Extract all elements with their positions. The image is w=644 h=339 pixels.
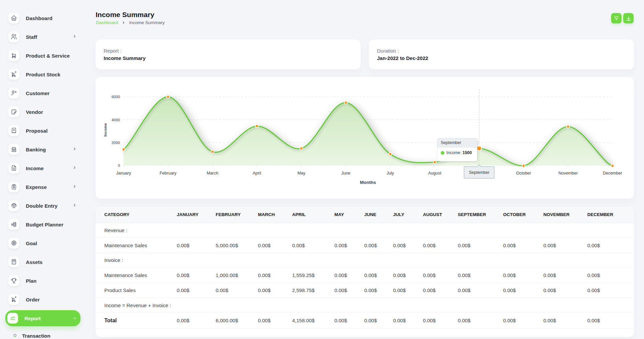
svg-text:Months: Months: [360, 180, 376, 185]
svg-text:July: July: [386, 171, 394, 176]
svg-text:November: November: [558, 171, 578, 176]
svg-text:March: March: [207, 171, 218, 176]
svg-text:December: December: [603, 171, 622, 176]
svg-text:April: April: [253, 171, 261, 176]
svg-text:0: 0: [118, 163, 120, 167]
svg-text:4000: 4000: [111, 118, 120, 122]
svg-text:February: February: [160, 171, 177, 176]
svg-text:2000: 2000: [111, 141, 120, 145]
svg-text:October: October: [516, 171, 531, 176]
svg-text:June: June: [341, 171, 350, 176]
svg-text:January: January: [116, 171, 131, 176]
svg-text:Income: Income: [103, 123, 107, 136]
svg-text:May: May: [298, 171, 306, 176]
svg-text:6000: 6000: [111, 95, 120, 99]
svg-text:August: August: [428, 171, 441, 176]
